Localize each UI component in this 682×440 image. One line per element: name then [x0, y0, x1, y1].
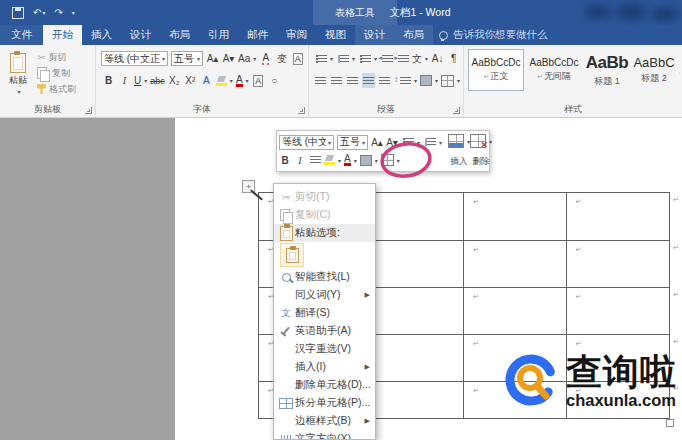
shading-button[interactable]: ▾ [420, 73, 438, 88]
tab-设计-contextual[interactable]: 设计 [355, 25, 394, 45]
menu-item-text-direction[interactable]: 文字方向(X)... [274, 430, 375, 440]
character-scaling-button[interactable]: 变 [275, 51, 288, 66]
italic-button[interactable]: I [294, 152, 306, 168]
change-case-button[interactable]: Aa▾ [238, 51, 256, 66]
font-dialog-launcher[interactable] [298, 107, 305, 114]
font-size-combo[interactable]: 五号 ▾ [171, 51, 203, 66]
subscript-button[interactable]: X₂ [168, 73, 181, 88]
phonetic-guide-button[interactable]: A [259, 51, 272, 66]
menu-item-smart-lookup[interactable]: 智能查找(L) [274, 268, 375, 286]
increase-indent-button[interactable] [396, 51, 409, 66]
menu-item-insert[interactable]: 插入(I)▶ [274, 358, 375, 376]
style-card-标题 1[interactable]: AaBb标题 1 [584, 49, 630, 91]
font-color-button[interactable]: A▾ [236, 73, 249, 88]
clipboard-item-剪切[interactable]: ✂剪切 [37, 49, 76, 65]
paste-button[interactable]: 粘贴 ▾ [3, 48, 33, 100]
redo-button[interactable]: ↷ [54, 7, 62, 18]
tab-视图[interactable]: 视图 [316, 25, 355, 45]
table-cell[interactable]: ↵ [362, 288, 465, 335]
tab-引用[interactable]: 引用 [199, 25, 238, 45]
grow-font-button[interactable]: A▴ [371, 134, 383, 150]
bold-button[interactable]: B [279, 152, 291, 168]
tell-me-box[interactable]: 告诉我你想要做什么 [439, 25, 548, 45]
character-border-button[interactable]: A [291, 51, 304, 66]
grow-font-button[interactable]: A▴ [206, 51, 219, 66]
italic-button[interactable]: I [118, 73, 131, 88]
character-shading-button[interactable]: A [252, 73, 265, 88]
menu-item-border-styles[interactable]: 边框样式(B)▶ [274, 412, 375, 430]
text-highlight-button[interactable]: ▾ [324, 152, 341, 168]
table-cell[interactable]: ↵ [567, 288, 670, 335]
numbering-button[interactable]: ▾ [336, 51, 355, 66]
decrease-indent-button[interactable] [380, 51, 393, 66]
bullets-button[interactable]: ▾ [314, 51, 333, 66]
line-spacing-button[interactable]: ▾ [394, 73, 417, 88]
borders-button[interactable]: ▾ [381, 152, 400, 168]
distribute-button[interactable] [378, 73, 391, 88]
menu-item-translate[interactable]: 文翻译(S) [274, 304, 375, 322]
tab-开始[interactable]: 开始 [43, 25, 82, 45]
mt-lines-button[interactable] [309, 152, 321, 168]
shrink-font-button[interactable]: A▾ [386, 134, 398, 150]
table-cell[interactable]: ↵ [362, 193, 465, 241]
align-left-button[interactable] [314, 73, 327, 88]
show-marks-button[interactable]: ¶ [447, 51, 460, 66]
menu-item-hanzi-reselect[interactable]: 汉字重选(V) [274, 340, 375, 358]
table-cell[interactable]: ↵ [362, 241, 465, 288]
clipboard-item-格式刷[interactable]: 格式刷 [37, 81, 76, 97]
table-cell[interactable]: ↵ [567, 193, 670, 241]
asian-layout-button[interactable]: 文▾ [412, 51, 428, 66]
numbering-button[interactable]: ▾ [423, 134, 442, 150]
table-cell[interactable]: ↵ [464, 288, 567, 335]
mini-insert-button[interactable]: ▾ 插入 [448, 133, 470, 169]
tab-审阅[interactable]: 审阅 [277, 25, 316, 45]
qat-customize-button[interactable]: ▾ [72, 9, 75, 16]
shading-button[interactable]: ▾ [360, 152, 378, 168]
tab-布局-contextual[interactable]: 布局 [394, 25, 433, 45]
borders-button[interactable]: ▾ [441, 73, 460, 88]
style-card-正文[interactable]: AaBbCcDc↵正文 [468, 49, 524, 91]
multilevel-list-button[interactable]: ▾ [358, 51, 377, 66]
sort-button[interactable]: A↓ [431, 51, 444, 66]
mini-delete-button[interactable]: ▾ 删除 [470, 133, 492, 169]
mini-font-name-combo[interactable]: 等线 (中文 ▾ [279, 135, 334, 150]
tab-文件[interactable]: 文件 [0, 25, 43, 45]
style-card-无间隔[interactable]: AaBbCcDc↵无间隔 [526, 49, 582, 91]
table-cell[interactable]: ↵ [567, 241, 670, 288]
tab-邮件[interactable]: 邮件 [238, 25, 277, 45]
paste-option-button[interactable] [280, 243, 304, 267]
tab-布局[interactable]: 布局 [160, 25, 199, 45]
font-name-combo[interactable]: 等线 (中文正 ▾ [101, 51, 168, 66]
table-cell[interactable]: ↵ [464, 193, 567, 241]
font-color-button[interactable]: A▾ [344, 152, 357, 168]
tab-设计[interactable]: 设计 [121, 25, 160, 45]
superscript-button[interactable]: X² [184, 73, 197, 88]
table-cell[interactable]: ↵ [464, 241, 567, 288]
save-button[interactable] [12, 7, 24, 19]
tab-插入[interactable]: 插入 [82, 25, 121, 45]
bold-button[interactable]: B [102, 73, 115, 88]
enclose-characters-button[interactable]: ○ [268, 73, 281, 88]
menu-item-delete-cells[interactable]: 删除单元格(D)... [274, 376, 375, 394]
bullets-button[interactable]: ▾ [401, 134, 420, 150]
style-card-标题 2[interactable]: AaBbC标题 2 [632, 49, 676, 91]
style-card-partial[interactable]: A [678, 49, 680, 91]
menu-item-english-assistant[interactable]: 英语助手(A) [274, 322, 375, 340]
paragraph-dialog-launcher[interactable] [453, 107, 460, 114]
shrink-font-button[interactable]: A▾ [222, 51, 235, 66]
text-highlight-button[interactable]: ▾ [216, 73, 233, 88]
underline-button[interactable]: U▾ [134, 73, 147, 88]
clipboard-item-复制[interactable]: 复制 [37, 65, 76, 81]
table-resize-handle[interactable] [666, 419, 674, 427]
text-effects-button[interactable]: A [200, 73, 213, 88]
undo-button[interactable]: ↶▾ [33, 7, 45, 18]
strikethrough-button[interactable]: abc [150, 73, 165, 88]
clipboard-dialog-launcher[interactable] [85, 107, 92, 114]
menu-item-paste-options[interactable]: 粘贴选项: [274, 224, 375, 242]
menu-item-split-cells[interactable]: 拆分单元格(P)... [274, 394, 375, 412]
mini-font-size-combo[interactable]: 五号 ▾ [337, 135, 368, 150]
align-center-button[interactable] [330, 73, 343, 88]
table-cell[interactable]: ↵ [362, 382, 465, 418]
menu-item-synonyms[interactable]: 同义词(Y)▶ [274, 286, 375, 304]
table-cell[interactable]: ↵ [362, 335, 465, 382]
